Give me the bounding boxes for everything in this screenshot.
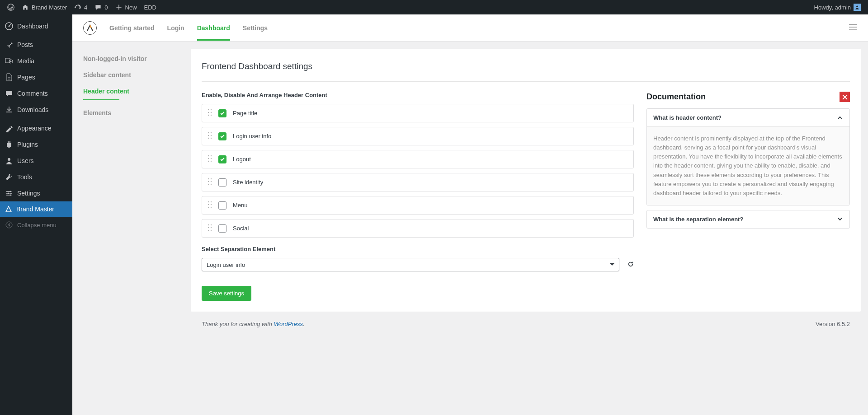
tab-getting-started[interactable]: Getting started xyxy=(109,15,155,41)
settings-panel: Frontend Dashboard settings Enable, Disa… xyxy=(191,49,861,312)
subtab-visitor[interactable]: Non-logged-in visitor xyxy=(72,51,191,67)
comments-link[interactable]: 0 xyxy=(91,0,111,14)
wp-logo[interactable] xyxy=(4,0,18,14)
save-button[interactable]: Save settings xyxy=(202,286,251,301)
svg-point-28 xyxy=(208,178,209,179)
drag-handle-icon[interactable] xyxy=(208,109,212,117)
svg-point-7 xyxy=(8,193,9,194)
svg-point-41 xyxy=(211,224,212,225)
svg-point-10 xyxy=(208,109,209,110)
sortable-item[interactable]: Site identity xyxy=(202,173,634,191)
tab-login[interactable]: Login xyxy=(167,15,184,41)
comment-icon xyxy=(5,89,14,98)
tab-settings[interactable]: Settings xyxy=(243,15,268,41)
subtab-header-content[interactable]: Header content xyxy=(72,83,191,105)
accordion-header[interactable]: What is the separation element? xyxy=(647,210,849,228)
sidebar-item-settings[interactable]: Settings xyxy=(0,185,72,201)
brandmaster-icon xyxy=(5,205,13,213)
checkbox[interactable] xyxy=(218,201,226,210)
users-icon xyxy=(5,156,14,165)
sidebar-item-downloads[interactable]: Downloads xyxy=(0,102,72,118)
svg-point-6 xyxy=(10,191,12,192)
svg-point-32 xyxy=(208,184,209,185)
svg-point-29 xyxy=(211,178,212,179)
svg-point-31 xyxy=(211,181,212,182)
subtab-sidebar-content[interactable]: Sidebar content xyxy=(72,67,191,83)
checkbox[interactable] xyxy=(218,109,226,117)
settings-icon xyxy=(5,189,14,198)
accordion-header[interactable]: What is header content? xyxy=(647,109,849,126)
svg-point-24 xyxy=(208,158,209,159)
drag-handle-icon[interactable] xyxy=(208,155,212,163)
updates-link[interactable]: 4 xyxy=(71,0,91,14)
dashboard-icon xyxy=(5,22,14,31)
sortable-item[interactable]: Social xyxy=(202,219,634,238)
separation-select[interactable]: Login user info xyxy=(202,258,619,271)
menu-toggle[interactable] xyxy=(849,24,857,32)
svg-point-26 xyxy=(208,161,209,162)
drag-handle-icon[interactable] xyxy=(208,132,212,140)
edd-link[interactable]: EDD xyxy=(141,0,160,14)
sortable-item[interactable]: Menu xyxy=(202,196,634,214)
collapse-menu[interactable]: Collapse menu xyxy=(0,217,72,233)
sidebar-item-posts[interactable]: Posts xyxy=(0,37,72,53)
sidebar-item-tools[interactable]: Tools xyxy=(0,169,72,185)
sidebar-item-brandmaster[interactable]: Brand Master xyxy=(0,201,72,217)
svg-point-5 xyxy=(8,158,10,161)
item-label: Logout xyxy=(233,156,251,163)
pages-icon xyxy=(5,73,14,82)
drag-handle-icon[interactable] xyxy=(208,201,212,210)
chevron-down-icon xyxy=(837,216,843,222)
collapse-icon xyxy=(5,220,14,229)
sidebar-item-plugins[interactable]: Plugins xyxy=(0,136,72,153)
site-name-link[interactable]: Brand Master xyxy=(18,0,71,14)
sidebar-item-comments[interactable]: Comments xyxy=(0,85,72,102)
svg-point-34 xyxy=(208,201,209,202)
svg-point-38 xyxy=(208,207,209,208)
sortable-item[interactable]: Logout xyxy=(202,150,634,168)
svg-point-37 xyxy=(211,204,212,205)
svg-point-42 xyxy=(208,227,209,228)
subtab-elements[interactable]: Elements xyxy=(72,105,191,121)
sidebar-item-appearance[interactable]: Appearance xyxy=(0,120,72,136)
svg-point-1 xyxy=(856,5,858,7)
sidebar-item-users[interactable]: Users xyxy=(0,153,72,169)
sidebar-item-pages[interactable]: Pages xyxy=(0,69,72,85)
checkbox[interactable] xyxy=(218,178,226,187)
drag-handle-icon[interactable] xyxy=(208,224,212,233)
sortable-item[interactable]: Login user info xyxy=(202,127,634,145)
svg-point-11 xyxy=(211,109,212,110)
wordpress-link[interactable]: WordPress xyxy=(274,321,303,327)
checkbox[interactable] xyxy=(218,132,226,140)
sidebar-item-media[interactable]: Media xyxy=(0,53,72,69)
svg-point-40 xyxy=(208,224,209,225)
checkbox[interactable] xyxy=(218,155,226,163)
svg-point-8 xyxy=(10,195,12,196)
close-documentation[interactable] xyxy=(840,92,850,102)
documentation-title: Documentation xyxy=(646,92,706,102)
svg-point-27 xyxy=(211,161,212,162)
svg-point-13 xyxy=(211,112,212,113)
section-separation: Select Separation Element xyxy=(202,246,634,252)
svg-point-36 xyxy=(208,204,209,205)
section-header-content: Enable, Disable And Arrange Header Conte… xyxy=(202,92,634,98)
tab-dashboard[interactable]: Dashboard xyxy=(197,15,230,41)
new-link[interactable]: New xyxy=(112,0,141,14)
svg-point-16 xyxy=(208,132,209,133)
sidebar-item-dashboard[interactable]: Dashboard xyxy=(0,18,72,34)
version-text: Version 6.5.2 xyxy=(816,321,850,327)
howdy-link[interactable]: Howdy, admin xyxy=(811,0,864,14)
sortable-item[interactable]: Page title xyxy=(202,104,634,122)
drag-handle-icon[interactable] xyxy=(208,178,212,187)
svg-point-14 xyxy=(208,115,209,116)
svg-point-23 xyxy=(211,155,212,156)
plugin-logo xyxy=(83,21,97,35)
item-label: Page title xyxy=(233,110,257,117)
accordion-item: What is the separation element? xyxy=(646,210,850,228)
avatar-icon xyxy=(854,4,861,11)
checkbox[interactable] xyxy=(218,224,226,233)
sub-sidebar: Non-logged-in visitor Sidebar content He… xyxy=(72,42,191,415)
svg-point-3 xyxy=(9,26,10,27)
item-label: Social xyxy=(233,225,249,232)
reset-button[interactable] xyxy=(627,261,634,269)
